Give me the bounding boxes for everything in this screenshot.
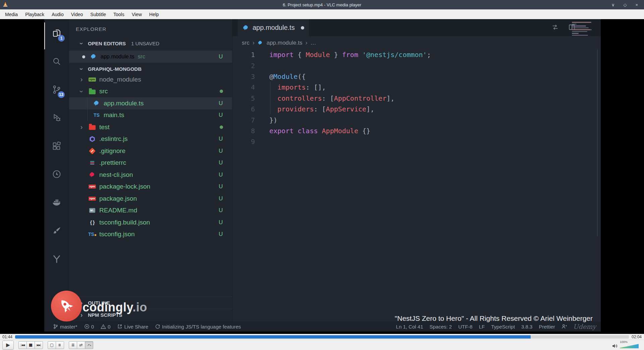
status-live-share[interactable]: Live Share (117, 324, 148, 330)
modified-indicator-icon (220, 126, 223, 129)
line-number: 6 (232, 105, 255, 113)
file-label: src (99, 88, 108, 95)
codingly-rocket-logo (51, 291, 82, 321)
git-status-badge: U (219, 100, 223, 107)
activity-items: 113 (44, 19, 69, 273)
scrollbar[interactable] (597, 49, 598, 236)
playlist-button[interactable]: ≣ (69, 341, 77, 349)
activity-explorer[interactable]: 1 (44, 19, 69, 47)
seek-bar[interactable] (15, 335, 629, 339)
unsaved-badge: 1 UNSAVED (131, 41, 159, 46)
tree-item-tsconfig-json[interactable]: ›TStsconfig.jsonU (69, 229, 232, 241)
y-branch-icon (52, 254, 62, 264)
status-0[interactable]: 0 (84, 324, 94, 330)
vlc-titlebar: 6. Project setup.mp4 - VLC media player … (0, 0, 644, 9)
status-master-[interactable]: master* (53, 324, 77, 330)
previous-button[interactable]: |◀◀ (18, 341, 27, 349)
run-debug-icon (52, 113, 62, 123)
activity-source-control[interactable]: 13 (44, 76, 69, 104)
menu-tools[interactable]: Tools (110, 9, 128, 19)
menu-media[interactable]: Media (1, 9, 21, 19)
project-section-header[interactable]: › GRAPHQL-MONGODB (69, 64, 232, 73)
status-0[interactable]: 0 (101, 324, 110, 330)
status-person-add[interactable] (561, 324, 567, 329)
stop-button[interactable]: ■ (26, 341, 35, 349)
activity-brush[interactable] (44, 216, 69, 245)
code-line: 2 (232, 60, 601, 71)
sidebar-title: EXPLORER (69, 19, 232, 39)
open-editors-header[interactable]: › OPEN EDITORS 1 UNSAVED (69, 39, 232, 48)
minimize-button[interactable]: ∨ (611, 2, 615, 7)
status-spaces-2[interactable]: Spaces: 2 (429, 324, 452, 330)
minimap[interactable] (572, 22, 596, 37)
activity-run-debug[interactable] (44, 104, 69, 132)
random-button[interactable]: ↗↘ (85, 341, 93, 349)
code-line: 8export class AppModule {} (232, 126, 601, 136)
play-button[interactable]: ▶ (2, 341, 14, 350)
tree-item-nest-cli-json[interactable]: ›nest-cli.jsonU (69, 169, 232, 181)
volume-level: 100% (620, 340, 628, 344)
menu-playback[interactable]: Playback (21, 9, 48, 19)
tree-item--prettierrc[interactable]: ›.prettierrcU (69, 157, 232, 169)
video-area[interactable]: 113 EXPLORER › OPEN EDITORS 1 UNSAVED (0, 19, 644, 334)
loop-button[interactable]: ⇄ (77, 341, 85, 349)
menu-video[interactable]: Video (67, 9, 87, 19)
breadcrumb-item[interactable]: app.module.ts (267, 40, 303, 46)
tree-item-readme-md[interactable]: ›M↓README.mdU (69, 205, 232, 217)
activity-search[interactable] (44, 47, 69, 76)
status-typescript[interactable]: TypeScript (491, 324, 515, 330)
fullscreen-button[interactable]: ▢ (48, 341, 56, 349)
status-initializing-js-ts-language-features[interactable]: Initializing JS/TS language features (155, 324, 241, 330)
tree-item--eslintrc-js[interactable]: ›.eslintrc.jsU (69, 133, 232, 145)
close-button[interactable]: × (635, 2, 638, 7)
tree-item-package-lock-json[interactable]: ›npmpackage-lock.jsonU (69, 181, 232, 193)
activity-clock[interactable] (44, 160, 69, 188)
nest-module-icon (89, 53, 98, 60)
open-editor-item[interactable]: app.module.ts src U (69, 51, 232, 63)
elapsed-time: 01:44 (2, 335, 12, 339)
menu-view[interactable]: View (128, 9, 146, 19)
line-number: 7 (232, 116, 255, 124)
maximize-button[interactable]: ◇ (623, 2, 627, 7)
line-number: 3 (232, 72, 255, 81)
breadcrumb-item[interactable]: src (242, 40, 250, 46)
tree-item-tsconfig-build-json[interactable]: ›{ }tsconfig.build.jsonU (69, 216, 232, 229)
status-3-8-3[interactable]: 3.8.3 (521, 324, 532, 330)
tree-item-test[interactable]: ›test (69, 121, 232, 133)
status-prettier[interactable]: Prettier (539, 324, 555, 330)
activity-extensions[interactable] (44, 132, 69, 160)
status-ln-1-col-41[interactable]: Ln 1, Col 41 (396, 324, 423, 330)
activity-y-branch[interactable] (44, 245, 69, 273)
menu-subtitle[interactable]: Subtitle (87, 9, 110, 19)
folder-test-icon (88, 123, 97, 131)
editor-tabbar: app.module.ts … (232, 19, 601, 36)
activity-docker[interactable] (44, 188, 69, 216)
tree-item--gitignore[interactable]: ›.gitignoreU (69, 145, 232, 157)
git-branch-icon (53, 324, 58, 329)
breadcrumb-item[interactable]: … (310, 40, 316, 46)
breadcrumb-separator: › (253, 39, 255, 46)
extended-settings-button[interactable]: ≡ (56, 341, 64, 349)
tree-item-src[interactable]: ›src (69, 86, 232, 98)
tree-item-main-ts[interactable]: ›TSmain.tsU (69, 109, 232, 121)
tree-item-package-json[interactable]: ›npmpackage.jsonU (69, 193, 232, 205)
vlc-menubar: MediaPlaybackAudioVideoSubtitleToolsView… (0, 9, 644, 19)
editor-tab[interactable]: app.module.ts (238, 19, 309, 36)
status-utf-8[interactable]: UTF-8 (458, 324, 473, 330)
open-editor-detail: src (138, 53, 146, 60)
vscode-window: 113 EXPLORER › OPEN EDITORS 1 UNSAVED (44, 19, 601, 332)
git-status-badge: U (219, 195, 223, 202)
tree-item-app-module-ts[interactable]: ›app.module.tsU (69, 97, 232, 109)
open-changes-icon[interactable] (551, 23, 559, 32)
volume-control[interactable]: 100% (612, 341, 641, 350)
volume-slider[interactable] (620, 344, 639, 348)
git-status-badge: U (219, 136, 223, 142)
menu-audio[interactable]: Audio (48, 9, 67, 19)
next-button[interactable]: ▶▶| (35, 341, 43, 349)
menu-help[interactable]: Help (146, 9, 163, 19)
tree-item-node-modules[interactable]: ›npmnode_modules (69, 73, 232, 86)
status-lf[interactable]: LF (479, 324, 485, 330)
code-area[interactable]: 1import { Module } from '@nestjs/common'… (232, 49, 601, 321)
window-title: 6. Project setup.mp4 - VLC media player (0, 2, 644, 7)
file-label: package-lock.json (99, 183, 150, 190)
